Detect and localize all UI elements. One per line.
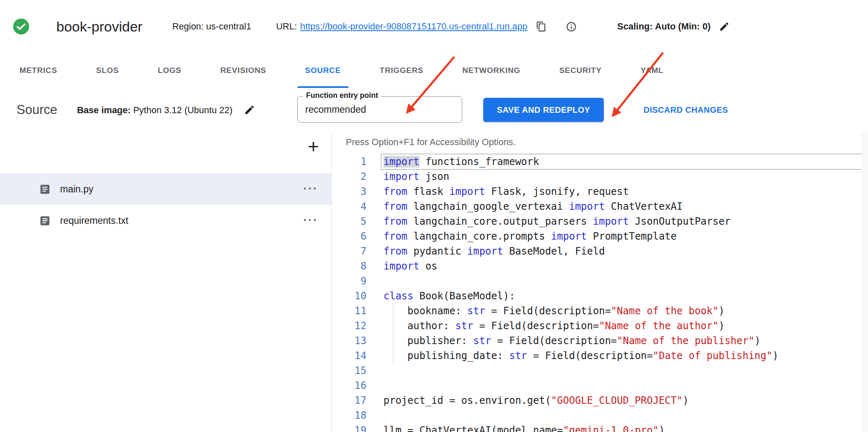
code-line-7[interactable]: 7from pydantic import BaseModel, Field: [332, 244, 862, 259]
code-line-9[interactable]: 9: [332, 274, 862, 289]
source-toolbar: Source Base image: Python 3.12 (Ubuntu 2…: [0, 88, 868, 132]
line-number: 8: [332, 259, 366, 274]
info-button[interactable]: [563, 19, 579, 35]
code-line-13[interactable]: 13 publisher: str = Field(description="N…: [332, 333, 862, 348]
tab-security[interactable]: SECURITY: [540, 53, 621, 88]
url-group: URL: https://book-provider-908087151170.…: [276, 21, 528, 32]
file-icon: [39, 215, 51, 227]
line-number: 1: [332, 154, 366, 169]
code-text: publishing_date: str = Field(description…: [383, 348, 779, 363]
code-line-8[interactable]: 8import os: [332, 259, 862, 274]
code-line-12[interactable]: 12 author: str = Field(description="Name…: [332, 318, 862, 333]
code-text: from langchain_google_vertexai import Ch…: [383, 199, 682, 214]
file-name: main.py: [60, 184, 94, 195]
code-editor: Press Option+F1 for Accessibility Option…: [332, 132, 868, 432]
function-entry-point-label: Function entry point: [303, 91, 381, 100]
copy-icon: [536, 21, 547, 32]
tab-revisions[interactable]: REVISIONS: [201, 53, 286, 88]
code-line-11[interactable]: 11 bookname: str = Field(description="Na…: [332, 303, 862, 318]
code-line-2[interactable]: 2import json: [332, 169, 862, 184]
header: book-provider Region: us-central1 URL: h…: [0, 0, 868, 53]
line-number: 16: [332, 378, 366, 393]
code-text: author: str = Field(description="Name of…: [383, 318, 725, 333]
code-text: import functions_framework: [383, 154, 539, 169]
line-number: 9: [332, 274, 366, 289]
save-button[interactable]: SAVE AND REDEPLOY: [483, 98, 604, 122]
edit-scaling-button[interactable]: [716, 19, 732, 34]
code-line-15[interactable]: 15: [332, 363, 862, 378]
line-number: 13: [332, 333, 366, 348]
file-icon: [39, 183, 51, 195]
code-line-4[interactable]: 4from langchain_google_vertexai import C…: [332, 199, 862, 214]
edit-base-image-button[interactable]: [241, 102, 258, 118]
function-entry-point-field: Function entry point: [297, 96, 462, 123]
region-text: Region: us-central1: [172, 21, 251, 32]
line-number: 11: [332, 303, 366, 318]
code-line-17[interactable]: 17project_id = os.environ.get("GOOGLE_CL…: [332, 393, 862, 408]
line-number: 3: [332, 184, 366, 199]
line-number: 10: [332, 289, 366, 303]
accessibility-hint: Press Option+F1 for Accessibility Option…: [346, 137, 516, 148]
function-entry-point-input[interactable]: [298, 97, 462, 122]
line-number: 14: [332, 348, 366, 363]
line-number: 2: [332, 169, 366, 184]
url-label: URL:: [276, 21, 297, 32]
tab-logs[interactable]: LOGS: [138, 53, 201, 88]
tab-triggers[interactable]: TRIGGERS: [360, 53, 443, 88]
line-number: 19: [332, 423, 366, 432]
file-name: requirements.txt: [60, 215, 128, 226]
file-menu-button[interactable]: ⋯: [300, 212, 320, 228]
line-number: 18: [332, 408, 366, 423]
code-line-14[interactable]: 14 publishing_date: str = Field(descript…: [332, 348, 862, 363]
code-text: from langchain_core.output_parsers impor…: [383, 214, 731, 229]
code-text: llm = ChatVertexAI(model_name="gemini-1.…: [383, 423, 665, 432]
status-check-icon: [12, 18, 30, 35]
base-image-value: Python 3.12 (Ubuntu 22): [133, 104, 233, 115]
tab-slos[interactable]: SLOS: [77, 53, 138, 88]
code-area[interactable]: 1import functions_framework2import json3…: [332, 154, 862, 432]
file-explorer: + main.py⋯requirements.txt⋯: [0, 132, 332, 432]
pencil-icon: [244, 104, 255, 116]
copy-url-button[interactable]: [533, 19, 549, 34]
add-file-button[interactable]: +: [306, 135, 321, 158]
service-title: book-provider: [56, 19, 142, 35]
line-number: 5: [332, 214, 366, 229]
file-menu-button[interactable]: ⋯: [300, 180, 320, 196]
line-number: 4: [332, 199, 366, 214]
tab-source[interactable]: SOURCE: [286, 53, 360, 88]
main-content: + main.py⋯requirements.txt⋯ Press Option…: [0, 132, 868, 432]
code-text: publisher: str = Field(description="Name…: [383, 333, 760, 348]
file-row-requirements.txt[interactable]: requirements.txt⋯: [0, 205, 331, 236]
tab-bar: METRICSSLOSLOGSREVISIONSSOURCETRIGGERSNE…: [0, 53, 868, 88]
code-line-1[interactable]: 1import functions_framework: [332, 154, 862, 169]
tab-networking[interactable]: NETWORKING: [443, 53, 540, 88]
code-text: project_id = os.environ.get("GOOGLE_CLOU…: [383, 393, 689, 408]
file-list: main.py⋯requirements.txt⋯: [0, 173, 331, 236]
code-line-6[interactable]: 6from langchain_core.prompts import Prom…: [332, 229, 862, 244]
pencil-icon: [719, 21, 730, 32]
line-number: 17: [332, 393, 366, 408]
line-number: 7: [332, 244, 366, 259]
code-line-10[interactable]: 10class Book(BaseModel):: [332, 289, 862, 303]
code-line-19[interactable]: 19llm = ChatVertexAI(model_name="gemini-…: [332, 423, 862, 432]
code-line-5[interactable]: 5from langchain_core.output_parsers impo…: [332, 214, 862, 229]
code-text: bookname: str = Field(description="Name …: [383, 303, 725, 318]
indent-guide: [393, 303, 393, 363]
scaling-text: Scaling: Auto (Min: 0): [617, 21, 711, 32]
tab-metrics[interactable]: METRICS: [0, 53, 77, 88]
info-icon: [566, 21, 577, 32]
code-line-18[interactable]: 18: [332, 408, 862, 423]
code-line-16[interactable]: 16: [332, 378, 862, 393]
base-image-group: Base image: Python 3.12 (Ubuntu 22): [77, 102, 258, 118]
code-text: from flask import Flask, jsonify, reques…: [383, 184, 629, 199]
url-link[interactable]: https://book-provider-908087151170.us-ce…: [300, 21, 528, 32]
code-text: from langchain_core.prompts import Promp…: [383, 229, 677, 244]
code-line-3[interactable]: 3from flask import Flask, jsonify, reque…: [332, 184, 862, 199]
tab-yaml[interactable]: YAML: [621, 53, 683, 88]
discard-button[interactable]: DISCARD CHANGES: [639, 98, 733, 122]
line-number: 6: [332, 229, 366, 244]
editor-scrollbar[interactable]: [862, 132, 868, 432]
file-row-main.py[interactable]: main.py⋯: [0, 173, 331, 205]
code-text: class Book(BaseModel):: [383, 289, 515, 303]
base-image-label: Base image:: [77, 104, 131, 115]
